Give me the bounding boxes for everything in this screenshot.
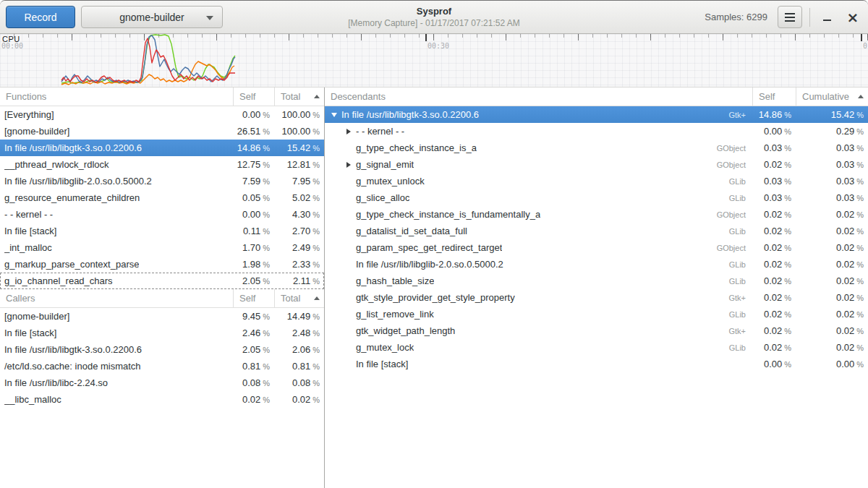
percent-unit: % <box>312 194 320 202</box>
table-row[interactable]: In file /usr/lib/libgtk-3.so.0.2200.614.… <box>0 140 324 156</box>
table-row[interactable]: In file [stack]2.46%2.48% <box>0 325 324 341</box>
self-percent-cell: 0.02% <box>752 325 796 336</box>
table-row[interactable]: gtk_widget_path_lengthGtk+0.02%0.02% <box>325 322 868 339</box>
percent-unit: % <box>784 177 791 186</box>
table-row[interactable]: In file /usr/lib/libgtk-3.so.0.2200.62.0… <box>0 341 324 358</box>
left-pane: Functions Self Total [Everything]0.00%10… <box>0 87 325 488</box>
expand-arrow-icon[interactable] <box>344 160 353 169</box>
table-row[interactable]: __pthread_rwlock_rdlock12.75%12.81% <box>0 156 324 173</box>
symbol-name-label: [gnome-builder] <box>4 311 69 322</box>
table-row[interactable]: g_type_check_instance_is_aGObject0.03%0.… <box>325 140 868 156</box>
percent-value: 4.30 <box>292 209 310 220</box>
percent-value: 0.05 <box>242 192 260 203</box>
column-header-total[interactable]: Total <box>274 289 324 307</box>
self-percent-cell: 26.51% <box>233 126 274 137</box>
symbol-name-label: __pthread_rwlock_rdlock <box>4 159 109 170</box>
table-row[interactable]: _int_malloc1.70%2.49% <box>0 239 324 256</box>
symbol-name-label: - - kernel - - <box>356 126 404 137</box>
table-row[interactable]: In file /usr/lib/libc-2.24.so0.08%0.08% <box>0 374 324 391</box>
table-row[interactable]: gtk_style_provider_get_style_propertyGtk… <box>325 289 868 306</box>
table-row[interactable]: g_io_channel_read_chars2.05%2.11% <box>0 273 324 289</box>
table-row[interactable]: [gnome-builder]26.51%100.00% <box>0 123 324 140</box>
column-header-cumulative[interactable]: Cumulative <box>796 87 868 106</box>
table-row[interactable]: [gnome-builder]9.45%14.49% <box>0 308 324 325</box>
self-percent-cell: 7.59% <box>233 176 274 187</box>
library-badge: GLib <box>729 310 752 319</box>
headerbar: Record gnome-builder Sysprof [Memory Cap… <box>0 1 868 34</box>
percent-value: 0.11 <box>243 226 260 236</box>
percent-value: 0.02 <box>764 309 782 320</box>
table-row[interactable]: g_slice_allocGLib0.03%0.03% <box>325 189 868 206</box>
table-row[interactable]: g_param_spec_get_redirect_targetGObject0… <box>325 239 868 256</box>
target-selector-dropdown[interactable]: gnome-builder <box>81 6 223 28</box>
functions-table-header: Functions Self Total <box>0 87 324 106</box>
functions-table: [Everything]0.00%100.00%[gnome-builder]2… <box>0 106 324 289</box>
table-row[interactable]: In file /usr/lib/libglib-2.0.so.0.5000.2… <box>0 173 324 189</box>
column-header-self[interactable]: Self <box>233 289 274 307</box>
column-header-callers[interactable]: Callers <box>0 289 233 307</box>
percent-value: 0.03 <box>836 142 854 153</box>
expander-spacer <box>344 343 353 352</box>
percent-unit: % <box>263 111 270 119</box>
collapse-arrow-icon[interactable] <box>329 110 339 119</box>
symbol-name-label: In file /usr/lib/libgtk-3.so.0.2200.6 <box>4 142 142 153</box>
column-header-total[interactable]: Total <box>274 87 324 106</box>
table-row[interactable]: __libc_malloc0.02%0.02% <box>0 391 324 408</box>
percent-value: 0.02 <box>836 209 854 220</box>
table-row[interactable]: g_datalist_id_set_data_fullGLib0.02%0.02… <box>325 223 868 239</box>
self-percent-cell: 1.98% <box>233 259 274 270</box>
table-row[interactable]: In file [stack]0.00%0.00% <box>325 356 868 372</box>
total-percent-cell: 100.00% <box>274 109 324 120</box>
percent-value: 12.75 <box>237 159 261 170</box>
table-row[interactable]: g_resource_enumerate_children0.05%5.02% <box>0 189 324 206</box>
symbol-name-label: g_mutex_unlock <box>356 176 425 187</box>
percent-unit: % <box>263 346 270 354</box>
percent-value: 0.03 <box>764 192 782 203</box>
percent-value: 1.70 <box>242 242 260 253</box>
sysprof-window: Record gnome-builder Sysprof [Memory Cap… <box>0 0 868 488</box>
table-row[interactable]: In file [stack]0.11%2.70% <box>0 223 324 239</box>
percent-value: 15.42 <box>831 109 855 120</box>
total-percent-cell: 0.29% <box>796 126 868 137</box>
column-header-self[interactable]: Self <box>233 87 274 106</box>
percent-value: 0.08 <box>292 377 310 388</box>
percent-unit: % <box>784 210 791 219</box>
symbol-name: g_list_remove_linkGLib <box>325 309 752 320</box>
table-row[interactable]: /etc/ld.so.cache: inode mismatch0.81%0.8… <box>0 358 324 374</box>
menu-button[interactable] <box>778 6 802 28</box>
minimize-button[interactable] <box>817 8 836 27</box>
table-row[interactable]: g_hash_table_sizeGLib0.02%0.02% <box>325 273 868 289</box>
chevron-down-icon <box>206 16 213 20</box>
close-button[interactable]: × <box>843 8 862 27</box>
percent-value: 0.00 <box>764 126 782 137</box>
record-button[interactable]: Record <box>6 6 75 28</box>
table-row[interactable]: - - kernel - -0.00%0.29% <box>325 123 868 140</box>
column-header-functions[interactable]: Functions <box>0 87 233 106</box>
table-row[interactable]: g_type_check_instance_is_fundamentally_a… <box>325 206 868 223</box>
table-row[interactable]: [Everything]0.00%100.00% <box>0 106 324 123</box>
total-percent-cell: 0.03% <box>796 142 868 153</box>
table-row[interactable]: g_mutex_lockGLib0.02%0.02% <box>325 339 868 356</box>
expand-arrow-icon[interactable] <box>344 127 353 136</box>
table-row[interactable]: g_list_remove_linkGLib0.02%0.02% <box>325 306 868 322</box>
table-row[interactable]: In file /usr/lib/libgtk-3.so.0.2200.6Gtk… <box>325 106 868 123</box>
symbol-name-label: g_type_check_instance_is_a <box>356 142 477 153</box>
library-badge: GObject <box>717 244 752 252</box>
symbol-name: g_markup_parse_context_parse <box>0 259 233 270</box>
column-header-self[interactable]: Self <box>752 87 796 106</box>
percent-unit: % <box>312 160 320 169</box>
table-row[interactable]: g_mutex_unlockGLib0.03%0.03% <box>325 173 868 189</box>
column-header-descendants[interactable]: Descendants <box>325 87 752 106</box>
symbol-name-label: g_datalist_id_set_data_full <box>356 226 467 236</box>
total-percent-cell: 4.30% <box>274 209 324 220</box>
close-icon: × <box>847 10 859 25</box>
symbol-name: [Everything] <box>0 109 233 120</box>
percent-unit: % <box>312 395 320 404</box>
percent-unit: % <box>784 294 791 302</box>
table-row[interactable]: g_signal_emitGObject0.02%0.03% <box>325 156 868 173</box>
total-percent-cell: 0.02% <box>796 242 868 253</box>
table-row[interactable]: g_markup_parse_context_parse1.98%2.33% <box>0 256 324 273</box>
table-row[interactable]: - - kernel - -0.00%4.30% <box>0 206 324 223</box>
table-row[interactable]: In file /usr/lib/libglib-2.0.so.0.5000.2… <box>325 256 868 273</box>
cpu-graph[interactable]: CPU 00:0000:3001:00 <box>0 34 868 87</box>
